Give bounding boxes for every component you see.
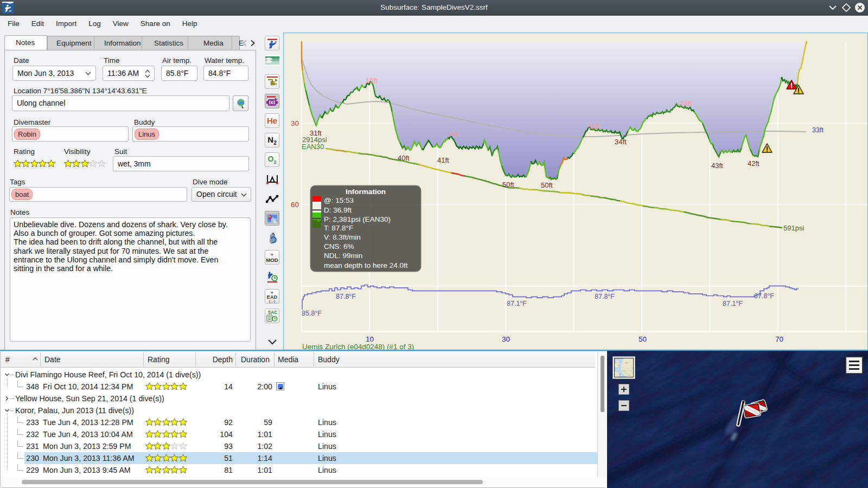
svg-text:@: 15:53: @: 15:53	[324, 196, 354, 204]
svg-text:34ft: 34ft	[615, 138, 627, 146]
svg-text:85.8°F: 85.8°F	[302, 310, 322, 317]
svg-text:87.1°F: 87.1°F	[507, 300, 527, 307]
svg-text:NDL: 99min: NDL: 99min	[324, 252, 362, 260]
svg-text:mean depth to here 24.0ft: mean depth to here 24.0ft	[324, 261, 408, 269]
svg-text:23ft: 23ft	[680, 99, 692, 107]
svg-text:T: 87.8°F: T: 87.8°F	[324, 224, 353, 232]
svg-text:35ft: 35ft	[448, 130, 459, 138]
svg-text:30: 30	[502, 335, 510, 343]
svg-text:40ft: 40ft	[398, 154, 410, 162]
svg-text:31ft: 31ft	[588, 122, 600, 130]
svg-text:15ft: 15ft	[366, 76, 378, 85]
svg-text:41ft: 41ft	[437, 156, 449, 164]
svg-text:87.1°F: 87.1°F	[723, 300, 743, 307]
svg-text:10: 10	[366, 335, 374, 343]
svg-text:87.8°F: 87.8°F	[595, 293, 615, 300]
svg-text:(...): (...)	[269, 298, 276, 303]
svg-text:87.8°F: 87.8°F	[336, 293, 356, 300]
svg-text:60: 60	[291, 201, 299, 209]
svg-text:50: 50	[639, 335, 647, 343]
svg-text:50ft: 50ft	[502, 181, 514, 189]
svg-text:591psi: 591psi	[783, 224, 804, 232]
svg-text:42ft: 42ft	[748, 159, 760, 168]
svg-text:SAC: SAC	[268, 310, 277, 315]
svg-text:87.8°F: 87.8°F	[754, 292, 774, 300]
svg-text:CNS: 6%: CNS: 6%	[324, 242, 354, 251]
svg-text:V: 8.3ft/min: V: 8.3ft/min	[324, 233, 361, 241]
svg-text:P: 2,381psi (EAN30): P: 2,381psi (EAN30)	[324, 215, 391, 223]
svg-text:Information: Information	[346, 188, 386, 196]
svg-text:33ft: 33ft	[812, 126, 824, 134]
svg-text:43ft: 43ft	[711, 162, 723, 170]
svg-text:70: 70	[775, 335, 783, 343]
svg-text:MOD: MOD	[266, 256, 278, 262]
svg-text:EAN30: EAN30	[302, 143, 324, 151]
svg-text:50ft: 50ft	[541, 181, 553, 189]
svg-text:D: 36.9ft: D: 36.9ft	[324, 206, 352, 214]
svg-text:30: 30	[291, 119, 299, 127]
